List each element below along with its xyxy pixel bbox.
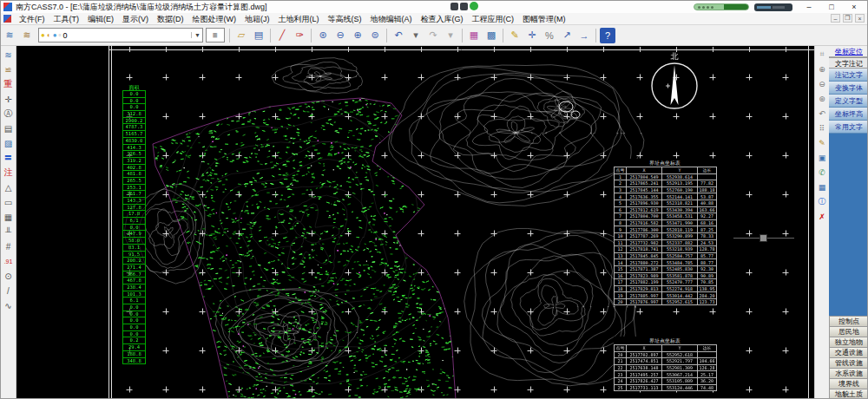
menu-item-6[interactable]: 绘图处理(W): [188, 13, 241, 25]
annotate-a-icon[interactable]: Ⓐ: [2, 107, 16, 121]
redo-icon[interactable]: ↷: [425, 28, 441, 43]
screen-menu-panel: 坐标定位文字注记注记文字变换字体定义字型坐标坪高常用文字 控制点居民地独立地物交…: [829, 46, 868, 399]
overlay-widget-icons[interactable]: [450, 1, 478, 11]
extend-line-icon[interactable]: ↗: [559, 28, 575, 43]
delete-x-icon[interactable]: ✗: [816, 210, 829, 223]
recording-indicator[interactable]: [694, 3, 749, 10]
menu-item-1[interactable]: 文件(F): [15, 13, 49, 25]
panel-item-1[interactable]: 坐标定位: [829, 46, 868, 57]
menu-item-9[interactable]: 等高线(S): [324, 13, 366, 25]
maximize-button[interactable]: □: [820, 1, 843, 13]
panel-item-7[interactable]: 常用文字: [829, 121, 868, 134]
layer-manager-icon[interactable]: ≋: [19, 28, 35, 43]
menu-item-11[interactable]: 检查入库(G): [417, 13, 468, 25]
mdi-close-button[interactable]: ×: [855, 14, 865, 23]
layer-edit-icon[interactable]: ≌: [2, 62, 16, 76]
close-button[interactable]: ×: [843, 1, 865, 13]
menu-item-4[interactable]: 显示(V): [118, 13, 153, 25]
zoom-window-icon[interactable]: ⊛: [315, 28, 331, 43]
layer-freeze-sun-icon: ◐: [47, 31, 51, 39]
zoom-out-icon[interactable]: ⊖: [332, 28, 348, 43]
table-cell: [698, 173, 717, 180]
open-icon[interactable]: ▱: [233, 28, 249, 43]
zoom-extents-icon[interactable]: ⊜: [367, 28, 383, 43]
info-icon[interactable]: ⓘ: [816, 195, 829, 208]
swatch-icon[interactable]: ▣: [816, 151, 829, 164]
table-icon[interactable]: ▦: [816, 180, 829, 193]
panel-item-2[interactable]: 文字注记: [829, 57, 868, 69]
menu-item-13[interactable]: 图幅管理(M): [518, 13, 570, 25]
zoom-window-small-icon[interactable]: ⊛: [816, 92, 829, 105]
menu-item-8[interactable]: 土地利用(L): [274, 13, 324, 25]
regen-icon[interactable]: 重: [2, 77, 16, 91]
link-icon[interactable]: %: [542, 28, 557, 43]
cells-icon[interactable]: ▦: [2, 210, 16, 224]
rectangle-icon[interactable]: ▭: [2, 195, 16, 209]
save-icon[interactable]: ▤: [251, 28, 266, 43]
panel-item-3[interactable]: 注记文字: [829, 69, 868, 82]
category-button-8[interactable]: 地貌土质: [829, 389, 868, 399]
polygon-icon[interactable]: △: [2, 180, 16, 194]
edit-pencil-icon[interactable]: ✎: [507, 28, 523, 43]
table-cell: 13: [615, 252, 627, 259]
zoom-in-small-icon[interactable]: ⊕: [816, 62, 829, 75]
undo-small-icon[interactable]: ↶: [816, 107, 829, 120]
area-cell: 4830.0: [122, 137, 146, 145]
move-icon[interactable]: ✛: [524, 28, 540, 43]
panel-item-6[interactable]: 坐标坪高: [829, 108, 868, 121]
menu-item-2[interactable]: 工具(T): [49, 13, 84, 25]
help-icon[interactable]: ?: [600, 28, 615, 43]
minimize-button[interactable]: –: [798, 1, 820, 13]
trim-line-icon[interactable]: →: [576, 28, 592, 43]
undo-icon[interactable]: ↶: [391, 28, 406, 43]
menu-item-7[interactable]: 地籍(J): [240, 13, 274, 25]
drawing-viewport[interactable]: 面积 0.00.00.0312.82900.24787.35165.74830.…: [16, 46, 814, 399]
layers-icon[interactable]: ≋: [2, 28, 17, 43]
slope-line-icon[interactable]: /: [2, 284, 16, 298]
symbol-library-icon[interactable]: ▦: [466, 28, 482, 43]
grid-snap-icon[interactable]: ⌗: [816, 48, 829, 61]
table-cell: 2517845.144: [627, 186, 662, 193]
category-button-6[interactable]: 水系设施: [829, 368, 868, 379]
mdi-restore-button[interactable]: ❐: [843, 14, 852, 23]
zoom-in-icon[interactable]: ⊕: [350, 28, 365, 43]
undo-dropdown-icon[interactable]: ▾: [408, 28, 424, 43]
dots-icon[interactable]: ⠿: [816, 121, 829, 134]
lineweight-button[interactable]: ≡: [206, 28, 225, 43]
chevron-down-icon[interactable]: ▼: [191, 32, 201, 38]
parallel-lines-icon[interactable]: 〓: [2, 151, 16, 165]
layer-combo[interactable]: ●◐●▫ 0 ▼: [38, 28, 203, 43]
elevation-label-icon[interactable]: .91: [2, 254, 16, 268]
panel-item-5[interactable]: 定义字型: [829, 95, 868, 108]
mdi-controls[interactable]: –❐×: [831, 14, 865, 23]
menu-item-3[interactable]: 编辑(E): [83, 13, 118, 25]
station-icon[interactable]: #: [2, 239, 16, 253]
table-row: 102517787.269553290.89978.33: [615, 232, 717, 239]
table-cell: 2517816.582: [627, 219, 662, 226]
point-circle-icon[interactable]: ⊙: [2, 269, 16, 283]
redraw-icon[interactable]: ✑: [292, 28, 307, 43]
piles-icon[interactable]: ╨: [2, 225, 16, 239]
table-cell: 2: [615, 180, 627, 187]
overlay-slider[interactable]: [754, 3, 792, 11]
hatch-icon[interactable]: ▤: [2, 121, 16, 135]
label-zhu-icon[interactable]: 注: [2, 166, 16, 180]
mdi-minimize-button[interactable]: –: [831, 14, 840, 23]
draw-line-icon[interactable]: ╱: [274, 28, 290, 43]
pencil-small-icon[interactable]: ✎: [816, 136, 829, 149]
category-button-4[interactable]: 交通设施: [829, 347, 868, 358]
category-button-5[interactable]: 管线设施: [829, 357, 868, 369]
zoom-out-small-icon[interactable]: ⊖: [816, 77, 829, 90]
plot-icon[interactable]: ▨: [2, 136, 16, 150]
capture-icon[interactable]: ✆: [816, 166, 829, 179]
panel-item-4[interactable]: 变换字体: [829, 82, 868, 95]
category-button-3[interactable]: 独立地物: [829, 337, 868, 348]
frame-grid-icon[interactable]: ▩: [483, 28, 499, 43]
layer-view-icon[interactable]: ≋: [2, 48, 16, 62]
menu-item-12[interactable]: 工程应用(C): [468, 13, 519, 25]
pan-gear-icon[interactable]: ✛: [2, 92, 16, 106]
redo-dropdown-icon[interactable]: ▾: [443, 28, 458, 43]
squiggle-icon[interactable]: ∿: [2, 298, 16, 312]
menu-item-10[interactable]: 地物编辑(A): [366, 13, 417, 25]
menu-item-5[interactable]: 数据(D): [153, 13, 188, 25]
